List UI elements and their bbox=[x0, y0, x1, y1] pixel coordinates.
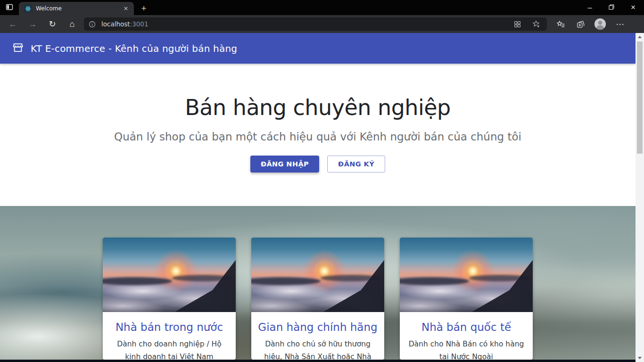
address-bar[interactable]: localhost:3001 bbox=[84, 17, 547, 31]
browser-toolbar: ← → ↻ ⌂ localhost:3001 bbox=[0, 15, 644, 33]
scrollbar-thumb[interactable] bbox=[637, 41, 643, 154]
tab-actions-button[interactable] bbox=[0, 0, 19, 15]
minimize-button[interactable]: ─ bbox=[579, 0, 601, 15]
mountain-silhouette bbox=[471, 260, 533, 312]
favorites-icon[interactable] bbox=[551, 16, 570, 32]
card-title: Nhà bán trong nước bbox=[103, 321, 236, 333]
hero-section: Bán hàng chuyên nghiệp Quản lý shop của … bbox=[0, 64, 636, 206]
card-international-seller[interactable]: Nhà bán quốc tế Dành cho Nhà Bán có kho … bbox=[400, 238, 533, 360]
register-button[interactable]: ĐĂNG KÝ bbox=[327, 156, 385, 173]
card-official-store[interactable]: Gian hàng chính hãng Dành cho chủ sỡ hữu… bbox=[251, 238, 384, 360]
card-description: Dành cho chủ sỡ hữu thương hiệu, Nhà Sản… bbox=[251, 338, 384, 360]
login-button[interactable]: ĐĂNG NHẬP bbox=[250, 156, 319, 173]
card-description: Dành cho doanh nghiệp / Hộ kinh doanh tạ… bbox=[103, 338, 236, 360]
app-bar: KT E-commerce - Kênh của người bán hàng bbox=[0, 33, 636, 64]
sunset-image bbox=[251, 238, 384, 312]
storefront-icon bbox=[12, 41, 24, 56]
hero-title: Bán hàng chuyên nghiệp bbox=[0, 64, 636, 120]
url-text: localhost:3001 bbox=[101, 20, 504, 28]
toolbar-icons: ⋯ bbox=[551, 16, 630, 32]
card-title: Nhà bán quốc tế bbox=[400, 321, 533, 333]
restore-button[interactable] bbox=[601, 0, 622, 15]
sunset-image bbox=[400, 238, 533, 312]
seller-types-section: Nhà bán trong nước Dành cho doanh nghiệp… bbox=[0, 206, 636, 360]
close-window-button[interactable]: × bbox=[622, 0, 644, 15]
hero-subtitle: Quản lý shop của bạn một cách hiệu quả v… bbox=[0, 131, 636, 143]
appbar-title: KT E-commerce - Kênh của người bán hàng bbox=[31, 43, 237, 54]
forward-button[interactable]: → bbox=[23, 16, 42, 32]
react-atom-icon bbox=[24, 4, 32, 13]
collections-icon[interactable] bbox=[570, 16, 590, 32]
scroll-up-arrow[interactable] bbox=[636, 33, 644, 41]
page-viewport: KT E-commerce - Kênh của người bán hàng … bbox=[0, 33, 644, 362]
new-tab-button[interactable]: + bbox=[137, 2, 151, 15]
profile-avatar[interactable] bbox=[590, 16, 610, 32]
home-button[interactable]: ⌂ bbox=[62, 16, 82, 32]
card-title: Gian hàng chính hãng bbox=[251, 321, 384, 333]
cloud-ridge bbox=[400, 277, 469, 285]
browser-window: Welcome × + ─ × ← → ↻ ⌂ localhost:3001 bbox=[0, 0, 644, 362]
app-grid-icon[interactable] bbox=[511, 19, 523, 29]
tab-strip: Welcome × + ─ × bbox=[0, 0, 644, 15]
browser-tab-welcome[interactable]: Welcome × bbox=[19, 2, 134, 15]
site-info-icon[interactable] bbox=[89, 21, 96, 28]
window-controls: ─ × bbox=[579, 0, 644, 15]
cloud-ridge bbox=[103, 277, 172, 285]
restore-icon bbox=[609, 4, 614, 11]
page-scrollbar[interactable] bbox=[636, 33, 644, 362]
add-favorite-star-icon[interactable] bbox=[530, 19, 542, 29]
footer-edge bbox=[0, 360, 636, 362]
refresh-button[interactable]: ↻ bbox=[42, 16, 62, 32]
cta-row: ĐĂNG NHẬP ĐĂNG KÝ bbox=[0, 156, 636, 173]
mountain-silhouette bbox=[174, 260, 236, 312]
vertical-tabs-icon bbox=[6, 3, 13, 12]
back-button[interactable]: ← bbox=[3, 16, 23, 32]
sunset-image bbox=[103, 238, 236, 312]
more-menu-icon[interactable]: ⋯ bbox=[610, 16, 630, 32]
mountain-silhouette bbox=[323, 260, 384, 312]
scroll-down-arrow[interactable] bbox=[636, 354, 644, 362]
triangle-down-icon bbox=[638, 357, 642, 359]
tab-close-icon[interactable]: × bbox=[122, 4, 130, 13]
card-description: Dành cho Nhà Bán có kho hàng tại Nước Ng… bbox=[400, 338, 533, 360]
card-domestic-seller[interactable]: Nhà bán trong nước Dành cho doanh nghiệp… bbox=[103, 238, 236, 360]
triangle-up-icon bbox=[638, 36, 642, 38]
cloud-ridge bbox=[251, 277, 321, 285]
tab-title: Welcome bbox=[36, 5, 122, 12]
